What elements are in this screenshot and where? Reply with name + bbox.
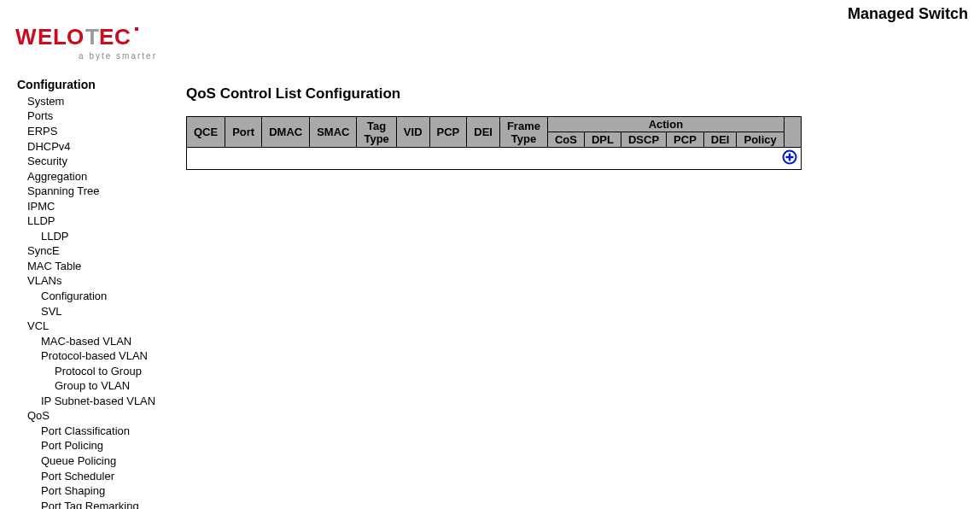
column-header: DEI [703, 132, 737, 148]
sidebar-item[interactable]: Configuration [17, 289, 179, 304]
column-header: DPL [584, 132, 621, 148]
column-header: TagType [357, 117, 396, 148]
svg-text:W: W [15, 24, 37, 50]
column-header: DSCP [621, 132, 666, 148]
svg-text:O: O [67, 24, 84, 50]
sidebar-item[interactable]: Protocol-based VLAN [17, 348, 179, 364]
svg-text:T: T [85, 24, 99, 50]
sidebar-item[interactable]: Aggregation [17, 169, 179, 184]
sidebar-item[interactable]: MAC Table [17, 259, 179, 274]
sidebar-item[interactable]: LLDP [17, 229, 179, 244]
sidebar-item[interactable]: Protocol to Group [17, 364, 179, 379]
sidebar-item[interactable]: ERPS [17, 124, 179, 139]
sidebar-item[interactable]: MAC-based VLAN [17, 334, 179, 349]
column-header: DMAC [262, 117, 310, 148]
sidebar-item[interactable]: Port Shaping [17, 483, 179, 499]
sidebar-item[interactable]: IP Subnet-based VLAN [17, 394, 179, 409]
page-title: QoS Control List Configuration [186, 85, 971, 102]
column-header: PCP [429, 117, 467, 148]
sidebar-item[interactable]: Port Scheduler [17, 469, 179, 484]
column-header: SMAC [310, 117, 357, 148]
sidebar-item[interactable]: Queue Policing [17, 453, 179, 469]
sidebar-item[interactable]: Port Policing [17, 438, 179, 453]
svg-text:C: C [114, 24, 131, 50]
plus-circle-icon [782, 149, 797, 165]
column-header: DEI [467, 117, 500, 148]
column-header: VID [396, 117, 429, 148]
qcl-table: QCEPortDMACSMACTagTypeVIDPCPDEIFrameType… [186, 116, 802, 170]
sidebar-item[interactable]: Ports [17, 108, 179, 124]
svg-text:E: E [99, 24, 114, 50]
sidebar-item[interactable]: Spanning Tree [17, 184, 179, 199]
sidebar-item[interactable]: Port Classification [17, 424, 179, 439]
column-header: FrameType [499, 117, 547, 148]
sidebar-item[interactable]: VLANs [17, 273, 179, 289]
product-title: Managed Switch [848, 5, 968, 23]
column-header-blank [784, 117, 802, 148]
sidebar-item[interactable]: LLDP [17, 214, 179, 229]
column-header: PCP [667, 132, 704, 148]
column-header: Policy [737, 132, 784, 148]
sidebar-item[interactable]: QoS [17, 408, 179, 424]
qcl-add-row-cell [187, 148, 802, 170]
svg-rect-7 [135, 27, 138, 31]
svg-text:E: E [38, 24, 52, 50]
column-header: QCE [187, 117, 225, 148]
sidebar-item[interactable]: System [17, 94, 179, 109]
column-header: Port [225, 117, 262, 148]
svg-text:L: L [53, 24, 67, 50]
sidebar-item[interactable]: VCL [17, 319, 179, 334]
sidebar-item[interactable]: DHCPv4 [17, 139, 179, 155]
brand-logo: W E L O T E C a byte smarter [15, 24, 160, 61]
sidebar-nav: Configuration SystemPortsERPSDHCPv4Secur… [17, 77, 179, 509]
sidebar-item[interactable]: Group to VLAN [17, 378, 179, 394]
column-header: CoS [547, 132, 584, 148]
add-qce-button[interactable] [782, 149, 797, 165]
main-content: QoS Control List Configuration QCEPortDM… [186, 85, 971, 170]
sidebar-item[interactable]: SyncE [17, 243, 179, 259]
sidebar-heading: Configuration [17, 77, 179, 93]
sidebar-item[interactable]: SVL [17, 304, 179, 319]
sidebar-item[interactable]: Security [17, 154, 179, 169]
brand-tagline: a byte smarter [15, 51, 160, 61]
sidebar-item[interactable]: IPMC [17, 199, 179, 214]
column-group-header-action: Action [547, 117, 784, 132]
sidebar-item[interactable]: Port Tag Remarking [17, 499, 179, 509]
